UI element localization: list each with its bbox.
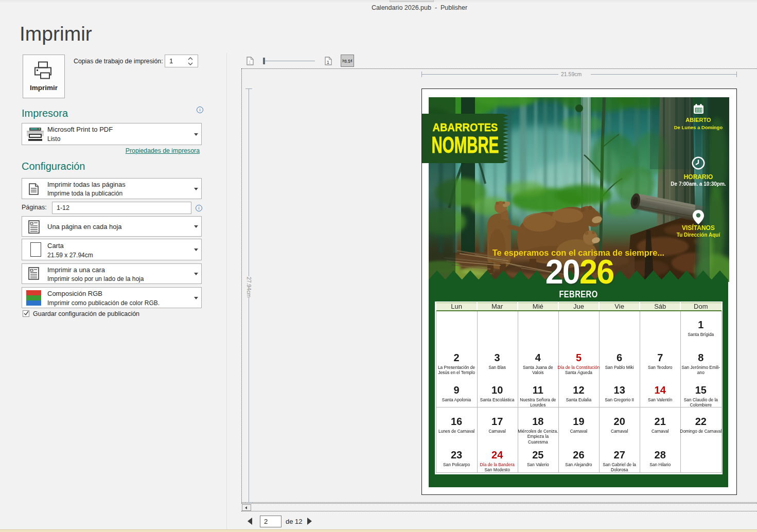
svg-text:8.5: 8.5 — [344, 59, 350, 64]
svg-text:1: 1 — [249, 60, 251, 65]
svg-text:NOMBRE: NOMBRE — [432, 132, 499, 157]
svg-text:1: 1 — [327, 59, 329, 65]
